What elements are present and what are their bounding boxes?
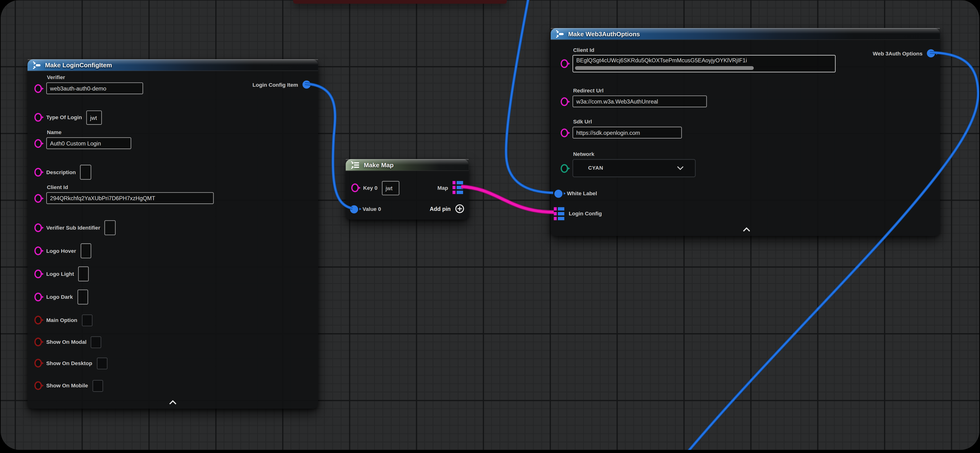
field-main-option: Main Option <box>34 312 92 328</box>
node-header[interactable]: Make LoginConfigItem <box>27 59 318 71</box>
input-pin-white-label[interactable] <box>554 189 562 197</box>
wire-shadow <box>506 0 553 193</box>
field-value0: Value 0 <box>350 202 381 217</box>
offscreen-node-edge <box>293 0 507 4</box>
output-pin-web3auth-options[interactable] <box>927 49 935 57</box>
node-title: Make LoginConfigItem <box>45 61 112 68</box>
input-pin-logo-hover[interactable] <box>34 246 42 255</box>
field-label: Show On Mobile <box>46 382 88 388</box>
node-make-map[interactable]: Make Map Key 0 jwt Map Value 0 Add pin <box>345 159 469 220</box>
input-pin-logo-light[interactable] <box>34 269 42 279</box>
field-label: Type Of Login <box>46 114 82 120</box>
map-pin-icon[interactable] <box>452 181 463 194</box>
input-pin-client-id[interactable] <box>561 59 568 68</box>
input-pin-show-on-modal[interactable] <box>34 337 42 346</box>
blueprint-editor: Make LoginConfigItem Login Config Item V… <box>0 0 980 453</box>
blueprint-canvas[interactable]: Make LoginConfigItem Login Config Item V… <box>1 0 980 450</box>
field-label: Logo Light <box>46 271 74 277</box>
client-id-input[interactable]: BEglQSgt4cUWcj6SKRdu5QkOXTsePmMcusG5EAoy… <box>573 55 835 73</box>
field-description: Description <box>34 165 92 180</box>
make-map-icon <box>350 161 360 169</box>
field-show-on-mobile: Show On Mobile <box>34 378 103 393</box>
show-on-mobile-checkbox[interactable] <box>92 380 103 392</box>
field-show-on-desktop: Show On Desktop <box>34 356 107 371</box>
field-logo-hover: Logo Hover <box>34 243 91 258</box>
node-make-loginconfigitem[interactable]: Make LoginConfigItem Login Config Item V… <box>27 59 318 409</box>
field-key0: Key 0 jwt <box>351 180 399 195</box>
redirect-url-input[interactable]: w3a://com.w3a.Web3AuthUnreal <box>573 95 707 107</box>
input-pin-key0[interactable] <box>351 184 359 192</box>
field-redirect-url: Redirect Url w3a://com.w3a.Web3AuthUnrea… <box>561 87 707 107</box>
input-pin-type-of-login[interactable] <box>34 113 42 122</box>
input-pin-verifier[interactable] <box>34 84 42 93</box>
wire-map-to-login-config[interactable] <box>461 187 554 212</box>
key0-input[interactable]: jwt <box>382 181 399 195</box>
add-pin-icon[interactable] <box>455 204 465 214</box>
type-of-login-input[interactable]: jwt <box>86 110 102 125</box>
pin-row-web3auth-options-out: Web 3Auth Options <box>873 49 935 57</box>
node-header[interactable]: Make Web3AuthOptions <box>551 28 940 40</box>
input-pin-client-id[interactable] <box>34 194 42 203</box>
main-option-checkbox[interactable] <box>81 314 92 326</box>
client-id-text: BEglQSgt4cUWcj6SKRdu5QkOXTsePmMcusG5EAoy… <box>576 56 833 66</box>
sdk-url-input[interactable]: https://sdk.openlogin.com <box>573 127 682 139</box>
show-on-modal-checkbox[interactable] <box>91 336 102 348</box>
field-logo-dark: Logo Dark <box>34 290 88 304</box>
field-label: Verifier <box>47 74 143 80</box>
input-pin-redirect-url[interactable] <box>561 97 568 106</box>
field-network: Network CYAN <box>561 151 696 177</box>
collapse-node-icon[interactable] <box>743 227 751 232</box>
show-on-desktop-checkbox[interactable] <box>97 357 107 369</box>
field-client-id: Client Id 294QRkchfq2YaXUbPri7D6PH7xzHgQ… <box>34 184 214 204</box>
field-label: Main Option <box>46 317 77 323</box>
field-label: Logo Dark <box>46 294 73 300</box>
input-pin-verifier-sub-identifier[interactable] <box>34 223 42 232</box>
collapse-node-icon[interactable] <box>169 400 177 405</box>
output-pin-login-config-item[interactable] <box>302 81 310 89</box>
chevron-down-icon <box>677 166 684 170</box>
client-id-input[interactable]: 294QRkchfq2YaXUbPri7D6PH7xzHgQMT <box>46 192 214 204</box>
field-client-id: Client Id BEglQSgt4cUWcj6SKRdu5QkOXTsePm… <box>561 47 835 73</box>
field-label: Logo Hover <box>46 248 76 254</box>
input-pin-description[interactable] <box>34 168 42 176</box>
field-name: Name Auth0 Custom Login <box>34 129 131 149</box>
verifier-input[interactable]: web3auth-auth0-demo <box>46 82 143 94</box>
node-make-web3authoptions[interactable]: Make Web3AuthOptions Web 3Auth Options C… <box>551 28 940 236</box>
input-pin-show-on-desktop[interactable] <box>34 359 42 367</box>
node-header[interactable]: Make Map <box>345 159 469 171</box>
field-label: Verifier Sub Identifier <box>46 225 100 231</box>
field-label: White Label <box>567 190 597 196</box>
field-label: Client Id <box>573 47 835 53</box>
logo-dark-input[interactable] <box>77 290 88 304</box>
wire-shadow <box>461 187 554 212</box>
input-pin-show-on-mobile[interactable] <box>34 381 42 390</box>
field-label: Show On Desktop <box>46 360 92 366</box>
logo-light-input[interactable] <box>78 266 89 282</box>
input-pin-value0[interactable] <box>350 205 358 213</box>
field-label: Show On Modal <box>46 339 87 345</box>
field-label: Network <box>573 151 695 157</box>
field-sdk-url: Sdk Url https://sdk.openlogin.com <box>561 119 682 138</box>
logo-hover-input[interactable] <box>80 243 91 258</box>
input-pin-name[interactable] <box>34 139 42 147</box>
input-pin-logo-dark[interactable] <box>34 293 42 301</box>
map-pin-icon[interactable] <box>554 207 565 220</box>
input-pin-sdk-url[interactable] <box>561 128 568 137</box>
add-pin-row: Add pin <box>430 204 465 214</box>
network-dropdown[interactable]: CYAN <box>573 159 696 177</box>
wire-offscreen-to-white-label[interactable] <box>506 0 553 193</box>
field-label: Client Id <box>47 184 214 190</box>
field-label: Key 0 <box>363 185 377 191</box>
description-input[interactable] <box>80 165 91 180</box>
field-verifier: Verifier web3auth-auth0-demo <box>34 74 143 94</box>
name-input[interactable]: Auth0 Custom Login <box>46 137 131 149</box>
input-pin-network[interactable] <box>561 164 568 173</box>
output-pin-label: Web 3Auth Options <box>873 50 923 56</box>
network-selected-value: CYAN <box>588 165 603 171</box>
field-login-config: Login Config <box>554 206 602 221</box>
graph-viewport: Make LoginConfigItem Login Config Item V… <box>0 0 980 453</box>
verifier-sub-identifier-input[interactable] <box>105 220 116 235</box>
output-pin-label: Login Config Item <box>252 81 298 88</box>
input-pin-main-option[interactable] <box>34 316 42 325</box>
horizontal-scrollbar-thumb[interactable] <box>575 66 754 70</box>
